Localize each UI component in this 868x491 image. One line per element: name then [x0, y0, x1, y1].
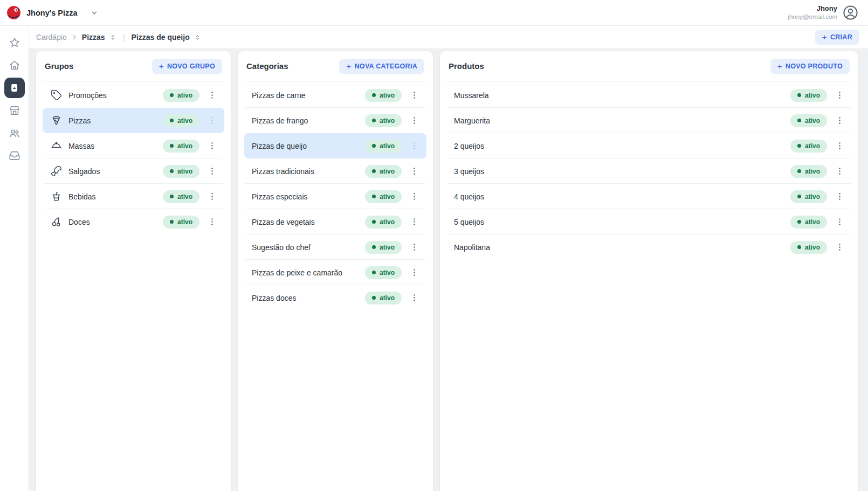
sidebar-item-customers[interactable]: [4, 123, 25, 143]
unfold-icon[interactable]: [194, 34, 201, 41]
status-dot-icon: [372, 144, 376, 148]
chevron-down-icon[interactable]: [91, 9, 98, 17]
status-badge: ativo: [163, 190, 199, 203]
group-row[interactable]: Docesativo: [43, 209, 224, 234]
row-label: Promoções: [68, 91, 163, 100]
status-badge: ativo: [790, 114, 827, 127]
status-dot-icon: [170, 144, 174, 148]
kebab-menu-icon[interactable]: [831, 239, 848, 255]
status-dot-icon: [372, 195, 376, 198]
status-dot-icon: [372, 119, 376, 122]
breadcrumb-category[interactable]: Pizzas de queijo: [132, 33, 190, 42]
store-icon: [9, 105, 20, 116]
status-label: ativo: [380, 244, 395, 251]
group-row[interactable]: Promoçõesativo: [43, 82, 224, 108]
categorie-row[interactable]: Pizzas de vegetaisativo: [244, 209, 426, 234]
categorie-row[interactable]: Pizzas especiaisativo: [244, 184, 426, 209]
sidebar-item-store[interactable]: [4, 100, 25, 121]
row-label: Pizzas de carne: [252, 91, 365, 100]
sidebar-item-inbox[interactable]: [4, 146, 25, 166]
row-label: 2 queijos: [454, 142, 790, 150]
kebab-menu-icon[interactable]: [831, 87, 848, 103]
categorie-row[interactable]: Pizzas docesativo: [244, 285, 426, 310]
new-group-button-label: NOVO GRUPO: [167, 63, 215, 70]
sidebar-item-menu[interactable]: [4, 78, 25, 98]
categorie-row[interactable]: Sugestão do chefativo: [244, 234, 426, 260]
status-label: ativo: [380, 269, 395, 276]
app-sidebar: [0, 26, 29, 491]
product-row[interactable]: 5 queijosativo: [446, 209, 852, 234]
new-category-button-label: NOVA CATEGORIA: [355, 63, 417, 70]
user-menu[interactable]: Jhony jhony@email.com: [788, 4, 858, 21]
drumstick-icon: [50, 165, 62, 177]
categorie-row[interactable]: Pizzas de peixe e camarãoativo: [244, 260, 426, 285]
kebab-menu-icon[interactable]: [204, 113, 220, 129]
group-row[interactable]: Massasativo: [43, 133, 224, 158]
product-row[interactable]: 4 queijosativo: [446, 184, 852, 209]
status-dot-icon: [170, 169, 174, 173]
breadcrumb-group[interactable]: Pizzas: [82, 33, 105, 42]
kebab-menu-icon[interactable]: [406, 290, 422, 306]
product-row[interactable]: Margueritaativo: [446, 108, 852, 133]
breadcrumb: Cardápio Pizzas | Pizzas de queijo + CRI…: [29, 26, 868, 49]
kebab-menu-icon[interactable]: [406, 239, 422, 255]
kebab-menu-icon[interactable]: [406, 113, 422, 129]
status-label: ativo: [177, 193, 192, 200]
product-row[interactable]: 2 queijosativo: [446, 133, 852, 158]
workspace-switcher[interactable]: Jhony's Pizza: [6, 5, 98, 20]
sidebar-item-home[interactable]: [4, 55, 25, 75]
categorie-row[interactable]: Pizzas de frangoativo: [244, 108, 426, 133]
kebab-menu-icon[interactable]: [204, 163, 220, 179]
group-row[interactable]: Pizzasativo: [43, 108, 224, 133]
plus-icon: +: [822, 34, 827, 40]
kebab-menu-icon[interactable]: [831, 189, 848, 205]
create-button[interactable]: + CRIAR: [815, 30, 859, 45]
main-area: Cardápio Pizzas | Pizzas de queijo + CRI…: [29, 26, 868, 491]
kebab-menu-icon[interactable]: [406, 87, 422, 103]
status-dot-icon: [372, 93, 376, 97]
kebab-menu-icon[interactable]: [831, 163, 848, 179]
group-row[interactable]: Salgadosativo: [43, 158, 224, 184]
status-badge: ativo: [790, 140, 827, 153]
breadcrumb-root[interactable]: Cardápio: [36, 33, 67, 42]
status-badge: ativo: [365, 292, 402, 305]
row-label: Pizzas de peixe e camarão: [252, 268, 365, 277]
status-badge: ativo: [163, 140, 199, 153]
new-category-button[interactable]: + NOVA CATEGORIA: [339, 59, 424, 74]
kebab-menu-icon[interactable]: [831, 138, 848, 154]
status-dot-icon: [170, 220, 174, 224]
row-label: Pizzas de frango: [252, 116, 365, 125]
kebab-menu-icon[interactable]: [406, 214, 422, 230]
kebab-menu-icon[interactable]: [406, 138, 422, 154]
status-badge: ativo: [365, 216, 402, 229]
kebab-menu-icon[interactable]: [831, 214, 848, 230]
kebab-menu-icon[interactable]: [406, 163, 422, 179]
status-badge: ativo: [790, 190, 827, 203]
workspace-name: Jhony's Pizza: [26, 9, 78, 17]
kebab-menu-icon[interactable]: [831, 113, 848, 129]
user-email: jhony@email.com: [788, 13, 837, 20]
user-avatar-icon[interactable]: [843, 5, 858, 20]
product-row[interactable]: 3 queijosativo: [446, 158, 852, 184]
sidebar-item-favorites[interactable]: [4, 32, 25, 53]
unfold-icon[interactable]: [109, 34, 116, 41]
group-row[interactable]: Bebidasativo: [43, 184, 224, 209]
brand-logo-icon: [6, 5, 21, 20]
kebab-menu-icon[interactable]: [406, 265, 422, 281]
tag-icon: [50, 89, 62, 101]
kebab-menu-icon[interactable]: [204, 214, 220, 230]
kebab-menu-icon[interactable]: [406, 189, 422, 205]
status-badge: ativo: [790, 216, 827, 229]
menu-card-icon: [9, 82, 20, 93]
kebab-menu-icon[interactable]: [204, 138, 220, 154]
categorie-row[interactable]: Pizzas de queijoativo: [244, 133, 426, 158]
kebab-menu-icon[interactable]: [204, 87, 220, 103]
kebab-menu-icon[interactable]: [204, 189, 220, 205]
product-row[interactable]: Mussarelaativo: [446, 82, 852, 108]
new-group-button[interactable]: + NOVO GRUPO: [152, 59, 222, 74]
categorie-row[interactable]: Pizzas tradicionaisativo: [244, 158, 426, 184]
status-dot-icon: [797, 195, 801, 198]
new-product-button[interactable]: + NOVO PRODUTO: [770, 59, 850, 74]
categorie-row[interactable]: Pizzas de carneativo: [244, 82, 426, 108]
product-row[interactable]: Napolitanaativo: [446, 234, 852, 260]
